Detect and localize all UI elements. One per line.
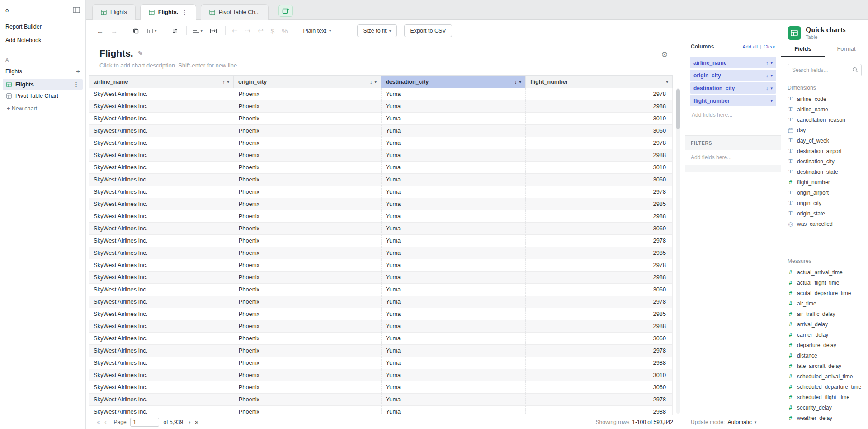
field-item[interactable]: # weather_delay	[781, 413, 868, 423]
page-number-input[interactable]	[130, 418, 159, 427]
field-item[interactable]: # scheduled_flight_time	[781, 392, 868, 402]
cell-flight-number: 2978	[526, 394, 673, 406]
add-notebook-link[interactable]: Add Notebook	[0, 33, 85, 47]
update-mode-dropdown[interactable]: Automatic	[727, 419, 751, 425]
field-item[interactable]: ◎ was_cancelled	[781, 219, 868, 229]
new-tab-button[interactable]	[278, 5, 293, 17]
field-item[interactable]: # distance	[781, 350, 868, 361]
add-all-link[interactable]: Add all	[742, 44, 758, 49]
new-chart-button[interactable]: + New chart	[0, 102, 85, 115]
add-chart-plus-icon[interactable]: +	[76, 69, 80, 74]
collapse-sidebar-icon[interactable]	[73, 7, 80, 13]
sidebar-chart-item[interactable]: Pivot Table Chart	[3, 91, 83, 101]
field-item[interactable]: # arrival_delay	[781, 319, 868, 329]
scrollbar-thumb[interactable]	[676, 89, 680, 129]
chart-description-placeholder[interactable]: Click to add chart description. Shift-en…	[99, 62, 671, 69]
field-item[interactable]: day	[781, 125, 868, 135]
sidebar-collection-flights[interactable]: Flights +	[0, 65, 85, 78]
chevron-down-icon[interactable]: ▾	[519, 80, 521, 84]
clear-link[interactable]: Clear	[764, 44, 775, 49]
field-item[interactable]: T destination_city	[781, 156, 868, 167]
sidebar-chart-item[interactable]: Flights. ⋮	[3, 79, 83, 90]
field-item[interactable]: T origin_state	[781, 208, 868, 219]
size-to-fit-dropdown[interactable]: Size to fit▾	[357, 24, 397, 37]
field-item[interactable]: T cancellation_reason	[781, 114, 868, 125]
workspace-label: o	[5, 7, 9, 14]
field-item[interactable]: # actual_flight_time	[781, 277, 868, 288]
field-item[interactable]: # air_time	[781, 298, 868, 309]
field-item[interactable]: T origin_city	[781, 198, 868, 208]
field-item[interactable]: # air_traffic_delay	[781, 309, 868, 319]
columns-drop-placeholder[interactable]: Add fields here...	[685, 106, 781, 124]
column-header[interactable]: airline_name ↑ ▾	[89, 75, 234, 88]
text-format-dropdown[interactable]: Plain text▾	[303, 28, 331, 34]
field-item[interactable]: T destination_state	[781, 167, 868, 177]
field-item[interactable]: # late_aircraft_delay	[781, 361, 868, 371]
report-builder-link[interactable]: Report Builder	[0, 20, 85, 33]
search-fields-input[interactable]	[788, 64, 862, 76]
first-page-button[interactable]: «	[97, 419, 100, 425]
field-item[interactable]: # scheduled_departure_time	[781, 381, 868, 392]
chevron-down-icon[interactable]: ▾	[227, 80, 229, 84]
editor-tab[interactable]: Pivot Table Ch...	[201, 4, 269, 20]
kebab-menu-icon[interactable]: ⋮	[73, 81, 79, 88]
column-chip[interactable]: flight_number ▾	[690, 95, 776, 106]
data-table: airline_name ↑ ▾ origin_city ↓ ▾ destina…	[89, 75, 673, 415]
previous-page-button[interactable]: ‹	[104, 419, 106, 425]
tab-fields[interactable]: Fields	[781, 45, 825, 57]
chevron-down-icon[interactable]: ▾	[770, 86, 773, 91]
chart-tab-icon	[209, 10, 215, 15]
column-width-icon[interactable]	[210, 28, 217, 33]
field-item[interactable]: # departure_delay	[781, 340, 868, 350]
field-item[interactable]: T day_of_week	[781, 135, 868, 146]
divider	[0, 52, 85, 52]
chevron-down-icon[interactable]: ▾	[374, 80, 377, 84]
field-label: actual_flight_time	[797, 280, 839, 286]
editor-tab[interactable]: Flights	[92, 4, 136, 20]
field-label: flight_number	[797, 179, 830, 186]
number-type-icon: #	[788, 384, 793, 390]
column-header[interactable]: destination_city ↓ ▾	[381, 75, 526, 88]
field-item[interactable]: # scheduled_arrival_time	[781, 371, 868, 381]
cell-flight-number: 2988	[526, 100, 673, 113]
copy-table-dropdown[interactable]: ▾	[146, 28, 157, 34]
sort-direction-icon: ↑	[222, 79, 225, 85]
sort-rows-icon[interactable]	[172, 28, 178, 34]
field-label: destination_state	[797, 169, 838, 175]
measures-label: Measures	[788, 258, 862, 264]
column-header[interactable]: flight_number ▾	[526, 75, 673, 88]
field-item[interactable]: T airline_code	[781, 94, 868, 104]
next-page-button[interactable]: ›	[189, 419, 190, 425]
edit-title-icon[interactable]: ✎	[138, 50, 143, 57]
field-item[interactable]: # actual_arrival_time	[781, 267, 868, 277]
field-item[interactable]: T airline_name	[781, 104, 868, 114]
chevron-down-icon[interactable]: ▾	[770, 73, 773, 78]
column-chip[interactable]: airline_name ↑ ▾	[690, 57, 776, 68]
column-chip[interactable]: origin_city ↓ ▾	[690, 70, 776, 81]
copy-icon[interactable]	[132, 28, 139, 34]
last-page-button[interactable]: »	[195, 419, 198, 425]
field-item[interactable]: # carrier_delay	[781, 329, 868, 340]
filters-drop-placeholder[interactable]: Add fields here...	[685, 150, 781, 165]
column-chip[interactable]: destination_city ↓ ▾	[690, 82, 776, 94]
cell-flight-number: 2988	[526, 210, 673, 223]
back-button[interactable]: ←	[97, 27, 104, 35]
vertical-scrollbar[interactable]	[676, 88, 680, 414]
field-item[interactable]: T destination_airport	[781, 146, 868, 156]
text-align-dropdown[interactable]: ▾	[193, 28, 203, 33]
field-item[interactable]: # security_delay	[781, 402, 868, 413]
chart-settings-gear-icon[interactable]: ⚙	[661, 50, 668, 59]
tab-format[interactable]: Format	[825, 45, 868, 57]
editor-tab[interactable]: Flights. ⋮	[140, 4, 196, 20]
tab-menu-icon[interactable]: ⋮	[182, 9, 188, 16]
export-csv-button[interactable]: Export to CSV	[404, 24, 452, 37]
chevron-down-icon[interactable]: ▾	[770, 61, 773, 65]
column-header[interactable]: origin_city ↓ ▾	[234, 75, 381, 88]
chart-title[interactable]: Flights.	[99, 48, 133, 59]
field-item[interactable]: # flight_number	[781, 177, 868, 187]
table-row: SkyWest Airlines Inc. Phoenix Yuma 2978	[89, 394, 673, 406]
field-item[interactable]: T origin_airport	[781, 187, 868, 198]
chevron-down-icon[interactable]: ▾	[770, 99, 773, 103]
chevron-down-icon[interactable]: ▾	[666, 80, 668, 84]
field-item[interactable]: # acutal_departure_time	[781, 288, 868, 298]
